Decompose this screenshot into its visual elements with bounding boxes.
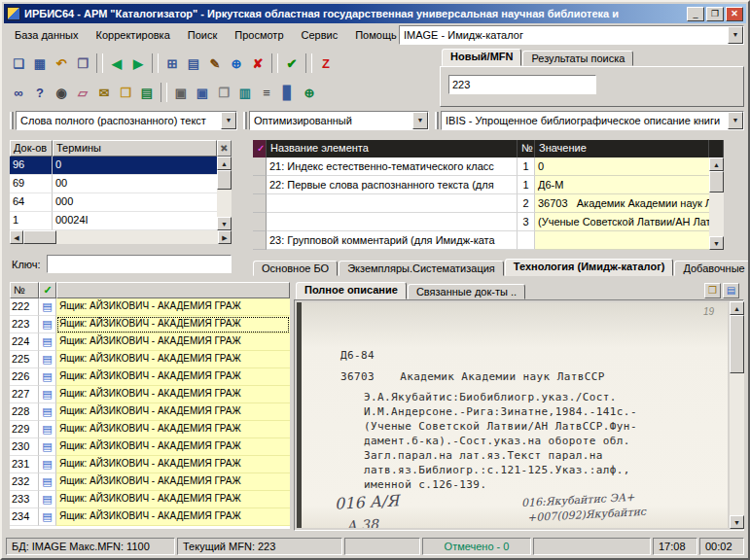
undo-icon[interactable]: ↶ [51, 52, 72, 74]
eraser-icon[interactable]: ▱ [72, 82, 93, 103]
scroll-left-icon[interactable]: ◀ [10, 230, 23, 244]
records-brief-header[interactable] [56, 282, 290, 298]
field-check-cell[interactable] [253, 213, 267, 231]
record-row[interactable]: 232▤Ящик: АЙЗИКОВИЧ - АКАДЕМИЯ ГРАЖ [10, 473, 290, 491]
tab-new-mfn[interactable]: Новый/MFN [442, 49, 521, 66]
dropdown-arrow-icon[interactable]: ▼ [728, 112, 743, 129]
scroll-down-icon[interactable]: ▼ [730, 515, 744, 529]
dictionary-type-combo[interactable]: Слова полного (распознанного) текст ▼ [16, 111, 237, 130]
record-row[interactable]: 230▤Ящик: АЙЗИКОВИЧ - АКАДЕМИЯ ГРАЖ [10, 438, 290, 456]
close-button[interactable]: ✕ [726, 7, 743, 21]
toolbar-grip[interactable] [435, 112, 439, 129]
delete-record-icon[interactable]: ✘ [247, 52, 268, 74]
notepad-icon[interactable]: ▥ [234, 82, 256, 103]
view-mode-combo[interactable]: Оптимизированный ▼ [249, 111, 429, 130]
search-dictionary-icon[interactable]: ◉ [51, 82, 72, 103]
field-list-icon[interactable]: ▤ [183, 52, 204, 74]
minimize-button[interactable]: _ [687, 7, 704, 21]
view-record-icon[interactable]: ∞ [8, 82, 29, 103]
records-mfn-header[interactable]: № [10, 282, 39, 298]
record-row[interactable]: 233▤Ящик: АЙЗИКОВИЧ - АКАДЕМИЯ ГРАЖ [10, 491, 290, 508]
dropdown-arrow-icon[interactable]: ▼ [221, 112, 236, 129]
field-row[interactable]: 22: Первые слова распознанного текста (д… [253, 176, 709, 194]
worksheet-combo[interactable]: IBIS - Упрощенное библиографическое опис… [441, 111, 744, 130]
term-row[interactable]: 100024I [10, 212, 217, 230]
terms-count-header[interactable]: Док-ов [10, 140, 53, 157]
prev-record-icon[interactable]: ◀ [106, 52, 127, 74]
title-bar[interactable]: ИРБИС64 - АРМ "Каталогизатор" - Иркутска… [4, 4, 746, 23]
field-value[interactable] [535, 231, 709, 250]
field-check-cell[interactable] [253, 158, 267, 176]
scroll-down-icon[interactable]: ▼ [217, 217, 232, 230]
pages-icon[interactable]: ❐ [213, 82, 234, 103]
notebook-icon[interactable]: ▤ [136, 82, 158, 103]
next-record-icon[interactable]: ▶ [127, 52, 149, 74]
copy-record-icon[interactable]: ❐ [72, 52, 93, 74]
field-value[interactable]: 0 [535, 158, 709, 176]
scroll-down-icon[interactable]: ▼ [709, 236, 724, 250]
scroll-up-icon[interactable]: ▲ [709, 158, 724, 171]
dropdown-arrow-icon[interactable]: ▼ [728, 26, 743, 44]
fields-vscroll-thumb[interactable] [709, 171, 724, 192]
field-value[interactable]: Д6-М [535, 176, 709, 194]
term-row[interactable]: 64000 [10, 193, 217, 212]
edit-field-icon[interactable]: ✎ [204, 52, 226, 74]
toolbar-grip[interactable] [10, 112, 14, 129]
save-record-icon[interactable]: ▦ [29, 52, 51, 74]
field-check-cell[interactable] [253, 194, 267, 213]
mail-icon[interactable]: ✉ [93, 82, 115, 103]
field-row[interactable]: 21: Индекс естественно-тематического кла… [253, 158, 709, 176]
new-record-icon[interactable]: ❏ [8, 52, 29, 74]
field-row[interactable]: 236703 Академик Академии наук Латв [253, 194, 709, 213]
insert-field-icon[interactable]: ⊞ [161, 52, 183, 74]
record-row[interactable]: 231▤Ящик: АЙЗИКОВИЧ - АКАДЕМИЯ ГРАЖ [10, 456, 290, 473]
menu-item[interactable]: Просмотр [226, 26, 292, 44]
field-check-cell[interactable] [253, 231, 267, 250]
field-value[interactable]: 36703 Академик Академии наук Латв [535, 194, 709, 213]
z3950-icon[interactable]: Z [315, 52, 337, 74]
key-input[interactable] [47, 255, 232, 273]
worksheet-tab[interactable]: Основное БО [253, 261, 338, 276]
tab-search-results[interactable]: Результаты поиска [522, 51, 633, 66]
toolbar-grip[interactable] [243, 112, 247, 129]
records-check-header-icon[interactable]: ✓ [39, 282, 56, 298]
record-row[interactable]: 229▤Ящик: АЙЗИКОВИЧ - АКАДЕМИЯ ГРАЖ [10, 421, 290, 438]
menu-item[interactable]: Помощь [346, 26, 406, 44]
fields-occurrence-header[interactable]: № [518, 140, 535, 158]
stats-icon[interactable]: ▊ [277, 82, 299, 103]
record-row[interactable]: 234▤Ящик: АЙЗИКОВИЧ - АКАДЕМИЯ ГРАЖ [10, 508, 290, 526]
worksheet-tab[interactable]: Добавочные [674, 261, 750, 276]
scroll-right-icon[interactable]: ▶ [218, 230, 232, 244]
preview-vscroll-thumb[interactable] [730, 315, 744, 373]
record-row[interactable]: 227▤Ящик: АЙЗИКОВИЧ - АКАДЕМИЯ ГРАЖ [10, 386, 290, 403]
menu-item[interactable]: Поиск [179, 26, 226, 44]
worksheet-tab[interactable]: Технология (Имидж-каталог) [505, 259, 674, 276]
view-query-icon[interactable]: ? [29, 82, 51, 103]
database-combo[interactable]: IMAGE - Имидж-каталог ▼ [399, 25, 744, 45]
tab-related-records[interactable]: Связанные док-ты .. [408, 284, 525, 299]
record-row[interactable]: 228▤Ящик: АЙЗИКОВИЧ - АКАДЕМИЯ ГРАЖ [10, 403, 290, 421]
record-row[interactable]: 222▤Ящик: АЙЗИКОВИЧ - АКАДЕМИЯ ГРАЖ [10, 298, 290, 316]
field-row[interactable]: 3(Ученые Советской Латвии/АН ЛатвСС [253, 213, 709, 231]
term-row[interactable]: 6900 [10, 175, 217, 193]
export-icon[interactable]: ⊕ [299, 82, 320, 103]
dropdown-arrow-icon[interactable]: ▼ [412, 112, 428, 129]
mfn-input[interactable] [448, 75, 596, 94]
validate-record-icon[interactable]: ✔ [281, 52, 303, 74]
field-check-cell[interactable] [253, 176, 267, 194]
scroll-up-icon[interactable]: ▲ [730, 301, 744, 315]
tab-full-description[interactable]: Полное описание [296, 282, 407, 299]
worksheet-tab[interactable]: Экземпляры.Систематизация [339, 261, 504, 276]
field-value[interactable]: (Ученые Советской Латвии/АН ЛатвСС [535, 213, 709, 231]
menu-item[interactable]: Корректировка [88, 26, 179, 44]
grid-view-icon[interactable]: ▤ [723, 283, 739, 298]
globe-icon[interactable]: ⊕ [226, 52, 247, 74]
terms-hscroll-thumb[interactable] [23, 230, 56, 244]
menu-item[interactable]: Сервис [293, 26, 347, 44]
fields-check-header-icon[interactable]: ✓ [253, 140, 267, 158]
record-row[interactable]: 223▤Ящик: АЙЗИКОВИЧ - АКАДЕМИЯ ГРАЖ [10, 316, 290, 333]
record-row[interactable]: 224▤Ящик: АЙЗИКОВИЧ - АКАДЕМИЯ ГРАЖ [10, 333, 290, 351]
fields-value-header[interactable]: Значение [535, 140, 709, 158]
terms-header[interactable]: Термины [53, 140, 217, 157]
scroll-up-icon[interactable]: ▲ [217, 157, 232, 170]
